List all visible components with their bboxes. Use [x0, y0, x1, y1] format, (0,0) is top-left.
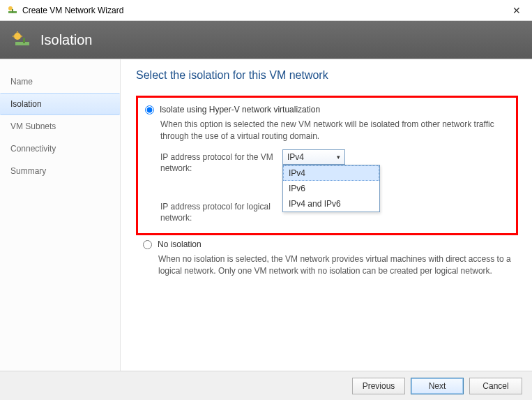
page-heading: Select the isolation for this VM network	[136, 69, 518, 82]
radio-isolate-label: Isolate using Hyper-V network virtualiza…	[160, 105, 320, 114]
vm-network-protocol-value: IPv4	[287, 152, 304, 162]
option-isolate-description: When this option is selected the new VM …	[160, 119, 509, 142]
banner-icon	[13, 31, 32, 48]
svg-rect-2	[12, 9, 13, 13]
dropdown-option-ipv4-ipv6[interactable]: IPv4 and IPv6	[283, 196, 379, 212]
option-isolate-section: Isolate using Hyper-V network virtualiza…	[136, 96, 518, 235]
next-button[interactable]: Next	[411, 378, 464, 394]
vm-network-protocol-label: IP address protocol for the VM network:	[160, 149, 282, 174]
dropdown-option-ipv4[interactable]: IPv4	[283, 165, 379, 181]
option-no-isolation-description: When no isolation is selected, the VM ne…	[158, 253, 518, 277]
previous-button[interactable]: Previous	[352, 378, 405, 394]
vm-network-protocol-combo[interactable]: IPv4 ▾	[282, 149, 345, 165]
logical-network-protocol-label: IP address protocol for logical network:	[160, 199, 282, 223]
option-no-isolation-section: No isolation When no isolation is select…	[136, 239, 518, 277]
close-button[interactable]: ✕	[508, 3, 525, 17]
radio-isolate-hyperv[interactable]	[145, 105, 154, 114]
svg-rect-4	[15, 42, 29, 45]
cancel-button[interactable]: Cancel	[469, 378, 522, 394]
dropdown-option-ipv6[interactable]: IPv6	[283, 181, 379, 196]
sidebar-item-summary[interactable]: Summary	[0, 160, 120, 182]
sidebar-item-connectivity[interactable]: Connectivity	[0, 138, 120, 160]
vm-network-protocol-dropdown: IPv4 IPv6 IPv4 and IPv6	[282, 165, 380, 212]
content-pane: Select the isolation for this VM network…	[121, 59, 532, 371]
titlebar: Create VM Network Wizard ✕	[0, 0, 532, 21]
sidebar-item-isolation[interactable]: Isolation	[0, 93, 120, 115]
svg-rect-5	[23, 38, 25, 43]
wizard-sidebar: Name Isolation VM Subnets Connectivity S…	[0, 59, 121, 371]
wizard-banner: Isolation	[0, 21, 532, 59]
radio-no-isolation-label: No isolation	[158, 239, 202, 249]
sidebar-item-vm-subnets[interactable]: VM Subnets	[0, 115, 120, 138]
app-icon	[7, 5, 18, 16]
svg-point-3	[14, 33, 21, 40]
chevron-down-icon: ▾	[337, 154, 340, 161]
banner-title: Isolation	[40, 32, 93, 48]
sidebar-item-name[interactable]: Name	[0, 71, 120, 93]
radio-no-isolation[interactable]	[143, 240, 152, 249]
window-title: Create VM Network Wizard	[22, 6, 123, 15]
wizard-footer: Previous Next Cancel	[0, 371, 532, 400]
